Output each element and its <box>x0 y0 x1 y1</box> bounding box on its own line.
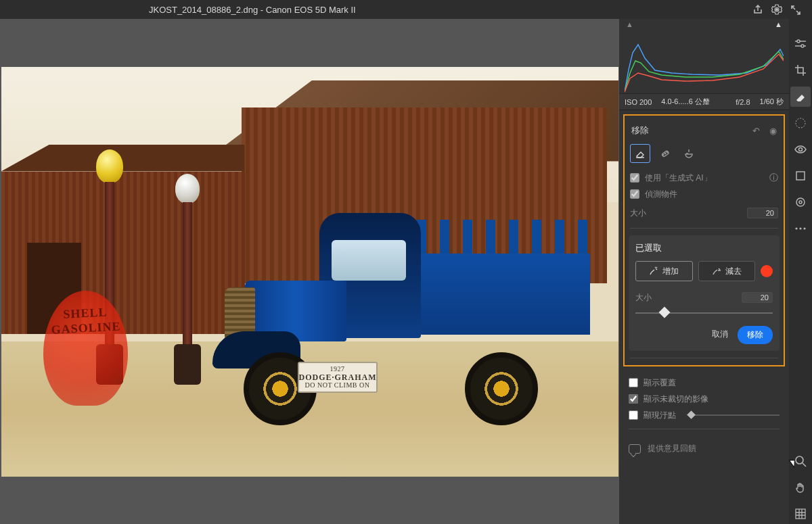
license-plate: 1927DODGE·GRAHAMDO NOT CLIMB ON <box>298 362 378 393</box>
show-uncropped-checkbox[interactable] <box>629 394 638 404</box>
svg-point-4 <box>667 151 667 152</box>
brush-subtract-button[interactable]: 減去 <box>698 261 756 281</box>
svg-point-13 <box>799 227 801 229</box>
svg-point-8 <box>799 148 803 151</box>
selected-title: 已選取 <box>635 242 773 254</box>
chat-icon <box>629 444 641 454</box>
feedback-link[interactable]: 提供意見回饋 <box>619 439 789 458</box>
layers-tool-icon[interactable] <box>790 166 811 186</box>
document-title: JKOST_2014_08886_2.dng - Canon EOS 5D Ma… <box>149 5 356 15</box>
svg-point-5 <box>797 40 800 43</box>
clone-mode-button[interactable] <box>679 144 699 163</box>
export-icon[interactable] <box>748 4 767 16</box>
heal-mode-button[interactable] <box>654 144 675 163</box>
svg-point-2 <box>662 154 663 155</box>
svg-point-11 <box>799 201 802 204</box>
settings-icon[interactable] <box>767 4 786 16</box>
fullscreen-icon[interactable] <box>786 4 805 15</box>
svg-point-14 <box>803 227 805 229</box>
panel-title: 移除 <box>631 124 649 137</box>
shadow-clip-icon[interactable]: ▲ <box>626 20 633 28</box>
sel-size-value[interactable]: 20 <box>742 292 773 303</box>
exif-focal: 4.0-6.....6 公釐 <box>661 97 726 107</box>
brush-add-button[interactable]: 增加 <box>635 261 693 281</box>
display-options: 顯示覆蓋 顯示未裁切的影像 顯現汙點 <box>619 371 789 439</box>
crop-tool-icon[interactable] <box>790 60 811 80</box>
sel-size-slider[interactable] <box>635 307 773 319</box>
exif-iso: ISO 200 <box>625 98 652 106</box>
svg-point-7 <box>796 118 805 128</box>
exif-aperture: f/2.8 <box>736 98 750 106</box>
sel-size-label: 大小 <box>635 292 652 304</box>
hand-tool-icon[interactable] <box>790 477 811 498</box>
eraser-mode-button[interactable] <box>630 144 650 163</box>
presets-tool-icon[interactable] <box>790 192 811 212</box>
apply-remove-button[interactable]: 移除 <box>738 326 773 344</box>
remove-tool-panel: 移除 ↶ ◉ 使用「生成式 AI」 ⓘ 偵測物件 <box>623 114 785 366</box>
svg-point-3 <box>664 153 665 153</box>
size-label: 大小 <box>630 208 646 219</box>
camera-model: Canon EOS 5D Mark II <box>266 5 356 15</box>
size-value[interactable]: 20 <box>747 208 778 218</box>
truck-subject: 1927DODGE·GRAHAMDO NOT CLIMB ON <box>225 206 590 402</box>
exif-strip: ISO 200 4.0-6.....6 公釐 f/2.8 1/60 秒 <box>619 93 789 110</box>
overlay-color-indicator[interactable] <box>761 265 773 277</box>
detect-objects-label: 偵測物件 <box>645 189 677 200</box>
grid-toggle-icon[interactable] <box>790 504 811 524</box>
histogram[interactable]: ▲ ▲ ISO 200 4.0-6.....6 公釐 f/2.8 1/60 秒 <box>619 19 789 110</box>
use-genai-checkbox <box>630 173 639 183</box>
reset-icon[interactable]: ↶ <box>752 126 760 136</box>
filename: JKOST_2014_08886_2.dng <box>149 5 258 15</box>
info-icon[interactable]: ⓘ <box>769 172 778 184</box>
show-spots-label: 顯現汙點 <box>644 410 676 421</box>
svg-point-12 <box>795 227 797 229</box>
more-tool-icon[interactable] <box>790 218 811 239</box>
use-genai-label: 使用「生成式 AI」 <box>645 172 712 184</box>
visibility-icon[interactable]: ◉ <box>769 126 777 136</box>
right-panel: ▲ ▲ ISO 200 4.0-6.....6 公釐 f/2.8 1/60 秒 … <box>619 19 789 524</box>
show-uncropped-label: 顯示未裁切的影像 <box>644 394 708 405</box>
exif-shutter: 1/60 秒 <box>760 97 784 107</box>
detect-objects-checkbox <box>630 189 639 199</box>
highlight-clip-icon[interactable]: ▲ <box>775 20 782 28</box>
selection-overlay[interactable] <box>43 291 128 406</box>
right-tool-strip <box>789 19 812 524</box>
svg-rect-16 <box>796 509 805 519</box>
svg-rect-9 <box>796 172 805 180</box>
svg-point-6 <box>801 45 804 47</box>
redeye-tool-icon[interactable] <box>790 139 811 160</box>
image-canvas-area[interactable]: 1927DODGE·GRAHAMDO NOT CLIMB ON <box>0 19 619 524</box>
healing-tool-icon[interactable] <box>790 87 811 107</box>
cancel-button[interactable]: 取消 <box>708 326 732 344</box>
show-spots-checkbox[interactable] <box>629 410 638 420</box>
histogram-curves <box>625 32 784 93</box>
show-overlay-checkbox[interactable] <box>629 378 638 387</box>
mask-tool-icon[interactable] <box>790 113 811 133</box>
show-overlay-label: 顯示覆蓋 <box>644 377 676 389</box>
selection-subpanel: 已選取 增加 減去 大小 20 取消 移除 <box>629 235 780 351</box>
svg-point-10 <box>796 198 805 206</box>
top-bar: JKOST_2014_08886_2.dng - Canon EOS 5D Ma… <box>0 0 812 19</box>
edit-tool-icon[interactable] <box>790 34 811 54</box>
svg-point-0 <box>775 8 778 11</box>
image-canvas[interactable]: 1927DODGE·GRAHAMDO NOT CLIMB ON <box>1 67 618 477</box>
